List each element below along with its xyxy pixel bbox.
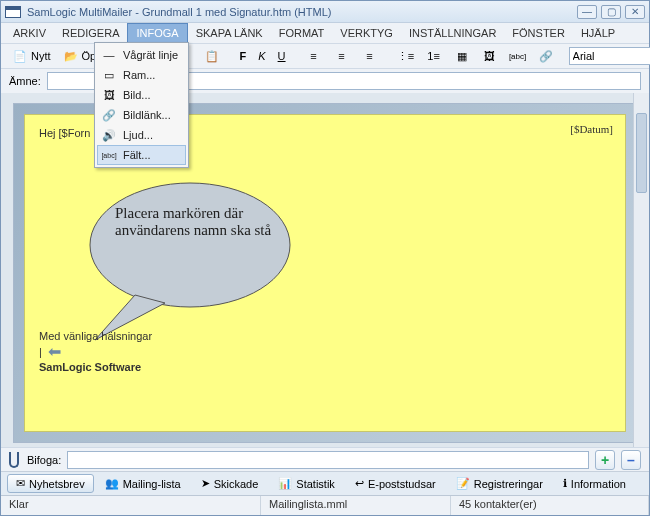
- remove-attachment-button[interactable]: –: [621, 450, 641, 470]
- align-right-icon: ≡: [362, 48, 378, 64]
- menu-arkiv[interactable]: ARKIV: [5, 23, 54, 43]
- regards-text: Med vänliga hälsningar: [39, 330, 152, 342]
- add-attachment-button[interactable]: +: [595, 450, 615, 470]
- field-icon: [abc]: [510, 48, 526, 64]
- attachment-row: Bifoga: + –: [1, 447, 649, 471]
- vertical-scrollbar[interactable]: [633, 93, 649, 447]
- tab-skickade[interactable]: ➤Skickade: [192, 474, 268, 493]
- tab-statistik[interactable]: 📊Statistik: [269, 474, 344, 493]
- menu-fonster[interactable]: FÖNSTER: [504, 23, 573, 43]
- tab-bar: ✉Nyhetsbrev 👥Mailing-lista ➤Skickade 📊St…: [1, 471, 649, 495]
- table-icon: ▦: [454, 48, 470, 64]
- bounce-icon: ↩: [355, 477, 364, 490]
- menu-redigera[interactable]: REDIGERA: [54, 23, 127, 43]
- menu-bildlank[interactable]: 🔗Bildlänk...: [97, 105, 186, 125]
- align-left-button[interactable]: ≡: [301, 45, 327, 67]
- link-button[interactable]: 🔗: [533, 45, 559, 67]
- attachment-label: Bifoga:: [27, 454, 61, 466]
- cursor-marker: |: [39, 346, 42, 358]
- stats-icon: 📊: [278, 477, 292, 490]
- callout-bubble: Placera markören där användarens namn sk…: [85, 175, 295, 315]
- menu-ljud[interactable]: 🔊Ljud...: [97, 125, 186, 145]
- status-file: Mailinglista.mml: [261, 496, 451, 515]
- menu-bar: ARKIV REDIGERA INFOGA SKAPA LÄNK FORMAT …: [1, 23, 649, 43]
- tab-nyhetsbrev[interactable]: ✉Nyhetsbrev: [7, 474, 94, 493]
- attachment-input[interactable]: [67, 451, 589, 469]
- menu-installningar[interactable]: INSTÄLLNINGAR: [401, 23, 504, 43]
- list-icon: 👥: [105, 477, 119, 490]
- italic-button[interactable]: K: [253, 47, 270, 65]
- font-select[interactable]: [569, 47, 650, 65]
- tab-registreringar[interactable]: 📝Registreringar: [447, 474, 552, 493]
- frame-icon: ▭: [101, 67, 117, 83]
- menu-hjalp[interactable]: HJÄLP: [573, 23, 623, 43]
- new-icon: 📄: [12, 48, 28, 64]
- menu-verktyg[interactable]: VERKTYG: [332, 23, 401, 43]
- new-label: Nytt: [31, 50, 51, 62]
- bullets-icon: ⋮≡: [398, 48, 414, 64]
- open-icon: 📂: [63, 48, 79, 64]
- picture-icon: 🖼: [101, 87, 117, 103]
- link-icon: 🔗: [538, 48, 554, 64]
- scrollbar-thumb[interactable]: [636, 113, 647, 193]
- table-button[interactable]: ▦: [449, 45, 475, 67]
- numbering-button[interactable]: 1≡: [421, 45, 447, 67]
- callout-text: Placera markören där användarens namn sk…: [115, 205, 275, 239]
- align-left-icon: ≡: [306, 48, 322, 64]
- paste-icon: 📋: [204, 48, 220, 64]
- imagelink-icon: 🔗: [101, 107, 117, 123]
- menu-vagrat-linje[interactable]: —Vågrät linje: [97, 45, 186, 65]
- subject-label: Ämne:: [9, 75, 41, 87]
- new-button[interactable]: 📄Nytt: [7, 45, 56, 67]
- align-right-button[interactable]: ≡: [357, 45, 383, 67]
- paste-button[interactable]: 📋: [199, 45, 225, 67]
- window-title: SamLogic MultiMailer - Grundmall 1 med S…: [27, 6, 577, 18]
- status-contacts: 45 kontakter(er): [451, 496, 649, 515]
- menu-format[interactable]: FORMAT: [271, 23, 333, 43]
- image-icon: 🖼: [482, 48, 498, 64]
- app-window: SamLogic MultiMailer - Grundmall 1 med S…: [0, 0, 650, 516]
- reg-icon: 📝: [456, 477, 470, 490]
- tab-information[interactable]: ℹInformation: [554, 474, 635, 493]
- align-center-icon: ≡: [334, 48, 350, 64]
- menu-ram[interactable]: ▭Ram...: [97, 65, 186, 85]
- company-text: SamLogic Software: [39, 361, 152, 373]
- tab-epoststudsar[interactable]: ↩E-poststudsar: [346, 474, 445, 493]
- date-field: [$Datum]: [570, 123, 613, 135]
- field-button[interactable]: [abc]: [505, 45, 531, 67]
- numbering-icon: 1≡: [426, 48, 442, 64]
- svg-point-0: [90, 183, 290, 307]
- underline-button[interactable]: U: [273, 47, 291, 65]
- align-center-button[interactable]: ≡: [329, 45, 355, 67]
- maximize-button[interactable]: ▢: [601, 5, 621, 19]
- menu-skapa-lank[interactable]: SKAPA LÄNK: [188, 23, 271, 43]
- bold-button[interactable]: F: [235, 47, 252, 65]
- greeting-text: Hej [$Forn: [39, 127, 90, 139]
- fieldcode-icon: [abc]: [101, 147, 117, 163]
- status-bar: Klar Mailinglista.mml 45 kontakter(er): [1, 495, 649, 515]
- bullets-button[interactable]: ⋮≡: [393, 45, 419, 67]
- attachment-icon: [9, 452, 19, 468]
- arrow-icon: ⬅: [48, 342, 61, 361]
- image-button[interactable]: 🖼: [477, 45, 503, 67]
- tab-mailinglista[interactable]: 👥Mailing-lista: [96, 474, 190, 493]
- menu-bild[interactable]: 🖼Bild...: [97, 85, 186, 105]
- sound-icon: 🔊: [101, 127, 117, 143]
- menu-infoga[interactable]: INFOGA: [127, 23, 187, 43]
- infoga-menu-popup: —Vågrät linje ▭Ram... 🖼Bild... 🔗Bildlänk…: [94, 42, 189, 168]
- minimize-button[interactable]: —: [577, 5, 597, 19]
- sent-icon: ➤: [201, 477, 210, 490]
- close-button[interactable]: ✕: [625, 5, 645, 19]
- app-icon: [5, 6, 21, 18]
- newsletter-icon: ✉: [16, 477, 25, 490]
- hr-icon: —: [101, 47, 117, 63]
- status-ready: Klar: [1, 496, 261, 515]
- info-icon: ℹ: [563, 477, 567, 490]
- menu-falt[interactable]: [abc]Fält...: [97, 145, 186, 165]
- title-bar: SamLogic MultiMailer - Grundmall 1 med S…: [1, 1, 649, 23]
